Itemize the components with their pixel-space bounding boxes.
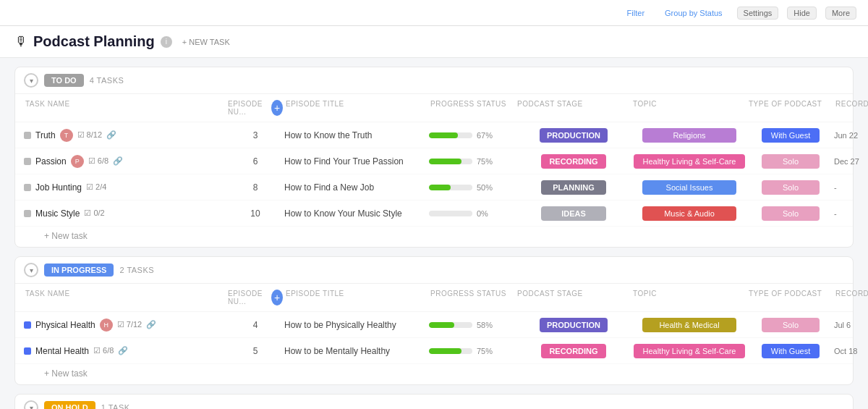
table-row: Passion P ☑ 6/8 🔗 6How to Find Your True… xyxy=(15,148,853,174)
group-by-button[interactable]: Group by Status xyxy=(659,7,728,19)
task-name[interactable]: Truth xyxy=(35,130,56,140)
topic-badge: Health & Medical xyxy=(642,318,736,332)
settings-button[interactable]: Settings xyxy=(737,7,779,20)
main-content: ▾ TO DO 4 TASKS TASK NAMEEPISODE NU... +… xyxy=(0,58,868,409)
progress-fill xyxy=(429,132,458,138)
add-column-button[interactable]: + xyxy=(271,290,283,305)
episode-number: 5 xyxy=(226,346,284,356)
progress-bar xyxy=(429,132,472,138)
podcast-stage-cell: PRODUCTION xyxy=(516,318,631,332)
task-color-dot xyxy=(24,158,31,165)
col-header-1: EPISODE NU... + xyxy=(226,97,284,119)
progress-bar xyxy=(429,159,472,164)
task-name[interactable]: Passion xyxy=(35,156,67,166)
col-header-0: TASK NAME xyxy=(24,287,226,308)
col-header-2: EPISODE TITLE xyxy=(284,287,429,308)
col-header-5: TOPIC xyxy=(631,287,747,308)
podcast-stage-cell: PLANNING xyxy=(516,180,631,195)
section-onhold: ▾ ON HOLD 1 TASK TASK NAMEEPISODE NU... … xyxy=(14,394,854,409)
progress-fill xyxy=(429,322,454,328)
stage-badge: IDEAS xyxy=(541,206,606,221)
progress-cell: 0% xyxy=(429,209,516,218)
recording-date: Oct 18 xyxy=(834,347,868,355)
task-name-cell: Passion P ☑ 6/8 🔗 xyxy=(24,155,226,168)
more-button[interactable]: More xyxy=(825,7,856,20)
new-task-button[interactable]: + NEW TASK xyxy=(178,36,234,48)
filter-button[interactable]: Filter xyxy=(621,7,650,19)
recording-date: - xyxy=(834,209,868,218)
recording-date: Jul 6 xyxy=(834,321,868,329)
task-name[interactable]: Mental Health xyxy=(35,346,89,356)
task-name[interactable]: Job Hunting xyxy=(35,182,82,193)
progress-percent: 75% xyxy=(477,157,493,166)
checkbox-count: ☑ 6/8 xyxy=(93,346,114,355)
type-badge: With Guest xyxy=(762,128,820,143)
col-header-3: PROGRESS STATUS xyxy=(429,287,516,308)
type-badge: Solo xyxy=(762,180,820,195)
link-icon: 🔗 xyxy=(118,346,128,355)
checkbox-count: ☑ 8/12 xyxy=(77,130,102,140)
stage-badge: RECORDING xyxy=(541,344,606,358)
task-color-dot xyxy=(24,132,31,139)
type-cell: Solo xyxy=(747,154,834,169)
add-column-button[interactable]: + xyxy=(271,100,283,116)
progress-bar xyxy=(429,348,472,354)
progress-cell: 75% xyxy=(429,347,516,355)
progress-percent: 50% xyxy=(477,183,493,192)
page-title: Podcast Planning xyxy=(33,33,155,50)
col-header-3: PROGRESS STATUS xyxy=(429,97,516,119)
progress-bar xyxy=(429,185,472,190)
progress-cell: 58% xyxy=(429,321,516,329)
link-icon: 🔗 xyxy=(113,156,123,166)
avatar: P xyxy=(71,155,84,168)
topic-badge: Healthy Living & Self-Care xyxy=(634,344,744,358)
recording-date: Jun 22 xyxy=(834,131,868,140)
checkbox-count: ☑ 6/8 xyxy=(88,156,109,166)
add-task-row[interactable]: + New task xyxy=(15,364,853,384)
task-count: 2 TASKS xyxy=(119,266,154,274)
podcast-stage-cell: PRODUCTION xyxy=(516,128,631,143)
table-row: Physical Health H ☑ 7/12 🔗 4How to be Ph… xyxy=(15,312,853,338)
status-badge: ON HOLD xyxy=(44,401,95,409)
collapse-button[interactable]: ▾ xyxy=(24,73,38,88)
status-badge: IN PROGRESS xyxy=(44,263,114,277)
progress-cell: 50% xyxy=(429,183,516,192)
task-color-dot xyxy=(24,321,31,329)
topic-badge: Social Issues xyxy=(642,180,736,195)
episode-number: 4 xyxy=(226,320,284,330)
col-header-4: PODCAST STAGE xyxy=(516,97,631,119)
task-name[interactable]: Physical Health xyxy=(35,320,95,330)
episode-number: 6 xyxy=(226,156,284,166)
progress-fill xyxy=(429,185,451,190)
progress-bar xyxy=(429,211,472,216)
episode-title: How to Know the Truth xyxy=(284,130,429,140)
info-icon[interactable]: i xyxy=(161,36,172,48)
progress-cell: 67% xyxy=(429,131,516,140)
type-badge: Solo xyxy=(762,318,820,332)
task-count: 1 TASK xyxy=(101,403,130,409)
avatar: T xyxy=(60,129,73,142)
progress-percent: 0% xyxy=(477,209,488,218)
episode-number: 10 xyxy=(226,208,284,219)
table-row: Mental Health ☑ 6/8 🔗 5How to be Mentall… xyxy=(15,338,853,364)
type-badge: Solo xyxy=(762,206,820,221)
add-task-row[interactable]: + New task xyxy=(15,227,853,247)
task-name-cell: Truth T ☑ 8/12 🔗 xyxy=(24,129,226,142)
progress-percent: 75% xyxy=(477,347,493,355)
podcast-stage-cell: RECORDING xyxy=(516,344,631,358)
collapse-button[interactable]: ▾ xyxy=(24,263,38,277)
task-name-cell: Physical Health H ☑ 7/12 🔗 xyxy=(24,319,226,332)
topic-cell: Healthy Living & Self-Care xyxy=(631,154,747,169)
task-count: 4 TASKS xyxy=(90,76,124,85)
topic-cell: Religions xyxy=(631,128,747,143)
col-header-7: RECORDING xyxy=(834,287,868,308)
avatar: H xyxy=(100,319,113,332)
col-header-1: EPISODE NU... + xyxy=(226,287,284,308)
topic-cell: Healthy Living & Self-Care xyxy=(631,344,747,358)
hide-button[interactable]: Hide xyxy=(787,7,817,20)
section-todo: ▾ TO DO 4 TASKS TASK NAMEEPISODE NU... +… xyxy=(14,67,854,248)
collapse-button[interactable]: ▾ xyxy=(24,400,38,409)
top-bar: Filter Group by Status Settings Hide Mor… xyxy=(0,0,868,26)
status-badge: TO DO xyxy=(44,74,84,87)
task-name[interactable]: Music Style xyxy=(35,208,80,219)
